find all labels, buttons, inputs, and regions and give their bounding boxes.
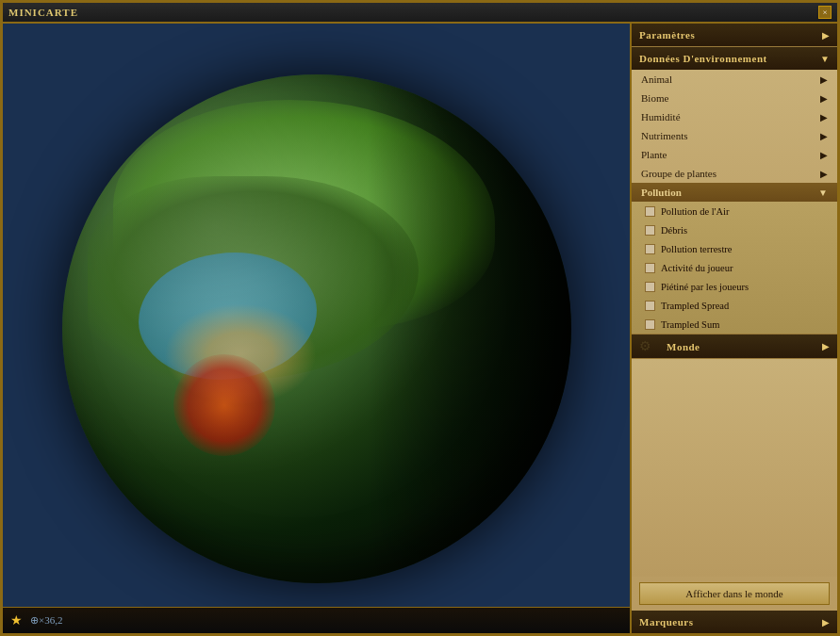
pollution-checkbox-air[interactable] xyxy=(645,206,655,217)
world-globe xyxy=(62,74,571,583)
monde-row: ⚙ Monde ▶ xyxy=(632,334,837,359)
marqueurs-arrow: ▶ xyxy=(822,617,830,628)
env-item-nutriments[interactable]: Nutriments ▶ xyxy=(632,126,837,145)
pollution-label-trampled-sum: Trampled Sum xyxy=(661,319,719,330)
window-title: Minicarte xyxy=(8,7,78,18)
parametres-arrow: ▶ xyxy=(822,30,830,41)
env-label-groupe-plantes: Groupe de plantes xyxy=(641,168,716,179)
globe-overlay xyxy=(62,74,571,583)
pollution-item-activite[interactable]: Activité du joueur xyxy=(632,258,837,277)
pollution-label-pietine: Piétiné par les joueurs xyxy=(661,282,749,292)
env-arrow-groupe-plantes: ▶ xyxy=(820,169,828,179)
pollution-item-terrestre[interactable]: Pollution terrestre xyxy=(632,239,837,258)
env-label-animal: Animal xyxy=(641,73,672,85)
env-label-humidite: Humidité xyxy=(641,111,681,122)
pollution-checkbox-pietine[interactable] xyxy=(645,282,655,292)
env-arrow-animal: ▶ xyxy=(820,74,828,85)
pollution-label-terrestre: Pollution terrestre xyxy=(661,244,733,254)
globe-container xyxy=(62,74,571,583)
pollution-checkbox-trampled-sum[interactable] xyxy=(645,319,655,330)
marqueurs-label: Marqueurs xyxy=(639,616,693,628)
gear-area: ⚙ xyxy=(632,334,659,358)
pollution-checkbox-terrestre[interactable] xyxy=(645,244,655,254)
pollution-item-pietine[interactable]: Piétiné par les joueurs xyxy=(632,277,837,296)
pollution-label-air: Pollution de l'Air xyxy=(661,206,729,217)
star-icon: ★ xyxy=(10,612,23,628)
env-label-biome: Biome xyxy=(641,92,668,104)
map-area[interactable]: Center: 529, 950 xyxy=(3,24,630,633)
donnees-label: Données d'environnement xyxy=(639,53,767,64)
cursor-status: ⊕×36,2 xyxy=(30,614,62,627)
env-items-list: Animal ▶ Biome ▶ Humidité ▶ Nutriments ▶ xyxy=(632,70,837,334)
status-bar: ★ ⊕×36,2 xyxy=(3,607,630,633)
monde-header[interactable]: Monde ▶ xyxy=(659,336,837,357)
panel-bottom: Afficher dans le monde Marqueurs ▶ xyxy=(632,577,837,633)
monde-label: Monde xyxy=(667,341,700,352)
pollution-header[interactable]: Pollution ▼ xyxy=(632,183,837,202)
parametres-label: Paramètres xyxy=(639,29,695,41)
pollution-label-debris: Débris xyxy=(661,225,687,236)
env-arrow-humidite: ▶ xyxy=(820,112,828,122)
pollution-checkbox-trampled-spread[interactable] xyxy=(645,301,655,311)
monde-arrow: ▶ xyxy=(822,341,830,351)
panel-spacer xyxy=(632,359,837,577)
pollution-item-air[interactable]: Pollution de l'Air xyxy=(632,202,837,220)
pollution-label-activite: Activité du joueur xyxy=(661,263,733,273)
env-item-humidite[interactable]: Humidité ▶ xyxy=(632,107,837,126)
close-button[interactable]: × xyxy=(818,6,832,19)
pollution-checkbox-activite[interactable] xyxy=(645,263,655,273)
right-panel: Paramètres ▶ Données d'environnement ▼ A… xyxy=(630,24,837,633)
env-item-groupe-plantes[interactable]: Groupe de plantes ▶ xyxy=(632,164,837,183)
pollution-items-list: Pollution de l'Air Débris Pollution terr… xyxy=(632,202,837,334)
window-frame: Minicarte × Center: 529, 950 Paramètres … xyxy=(0,0,840,636)
title-bar: Minicarte × xyxy=(3,3,837,24)
pollution-item-trampled-sum[interactable]: Trampled Sum xyxy=(632,315,837,334)
env-item-biome[interactable]: Biome ▶ xyxy=(632,89,837,107)
pollution-item-trampled-spread[interactable]: Trampled Spread xyxy=(632,296,837,315)
pollution-arrow: ▼ xyxy=(818,188,828,198)
afficher-button[interactable]: Afficher dans le monde xyxy=(639,582,830,605)
env-item-animal[interactable]: Animal ▶ xyxy=(632,70,837,89)
pollution-label-trampled-spread: Trampled Spread xyxy=(661,301,729,311)
env-label-plante: Plante xyxy=(641,149,667,160)
env-item-plante[interactable]: Plante ▶ xyxy=(632,145,837,164)
env-arrow-plante: ▶ xyxy=(820,150,828,160)
pollution-checkbox-debris[interactable] xyxy=(645,225,655,236)
pollution-item-debris[interactable]: Débris xyxy=(632,220,837,239)
donnees-header[interactable]: Données d'environnement ▼ xyxy=(632,47,837,70)
env-arrow-nutriments: ▶ xyxy=(820,131,828,141)
donnees-arrow: ▼ xyxy=(820,54,830,64)
marqueurs-header[interactable]: Marqueurs ▶ xyxy=(632,611,837,633)
pollution-label: Pollution xyxy=(641,187,682,198)
gear-icon[interactable]: ⚙ xyxy=(639,338,651,354)
parametres-header[interactable]: Paramètres ▶ xyxy=(632,24,837,46)
donnees-section: Données d'environnement ▼ Animal ▶ Biome… xyxy=(632,47,837,334)
env-label-nutriments: Nutriments xyxy=(641,130,688,141)
env-arrow-biome: ▶ xyxy=(820,93,828,104)
parametres-section: Paramètres ▶ xyxy=(632,24,837,47)
